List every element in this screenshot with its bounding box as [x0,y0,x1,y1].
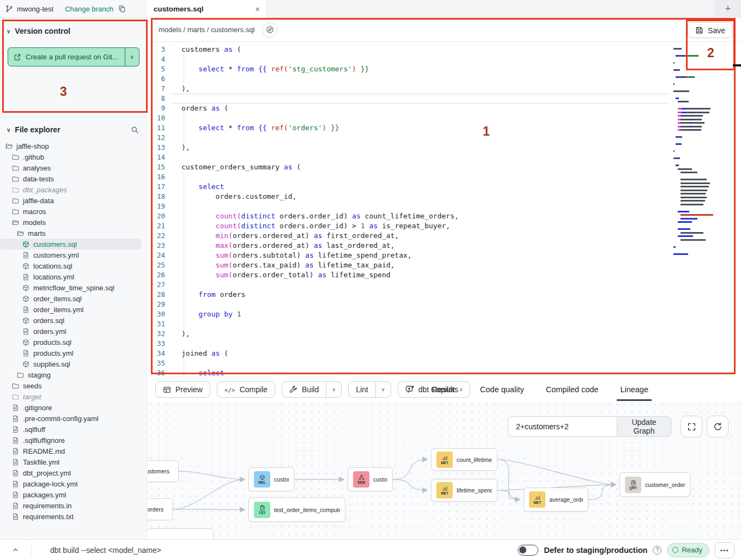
status-ready-badge[interactable]: Ready [667,543,709,557]
code-line[interactable]: 8 [148,94,741,104]
code-line[interactable]: 28 from orders [148,290,741,300]
code-line[interactable]: 32), [148,329,741,339]
tree-item--sqlfluffignore[interactable]: .sqlfluffignore [0,435,147,446]
code-line[interactable]: 24 sum(orders.subtotal) as lifetime_spen… [148,251,741,260]
create-pull-request-button[interactable]: Create a pull request on Git... ∨ [8,47,139,66]
lint-dropdown-chevron[interactable]: ∨ [375,382,391,397]
code-line[interactable]: 36 select [148,368,741,378]
tree-item-marts[interactable]: marts [0,228,147,239]
expand-command-bar-chevron[interactable] [0,544,32,557]
update-graph-button[interactable]: Update Graph [617,416,671,437]
help-icon[interactable]: ? [653,546,661,555]
lineage-selector-input[interactable] [508,416,617,437]
lineage-node-customers_model[interactable]: MDLcustomers [248,467,294,491]
tab-lineage[interactable]: Lineage [620,378,648,401]
compile-button[interactable]: </>Compile [217,381,275,398]
code-line[interactable]: 7), [148,84,741,94]
code-line[interactable]: 6 [148,74,741,84]
minimap[interactable] [671,43,715,273]
build-dropdown-chevron[interactable]: ∨ [326,382,341,397]
refresh-icon-button[interactable] [707,416,728,437]
tree-item-products-sql[interactable]: products.sql [0,337,147,348]
tree-item-orders-yml[interactable]: orders.yml [0,326,147,337]
tree-item-readme-md[interactable]: README.md [0,446,147,456]
code-line[interactable]: 23 max(orders.ordered_at) as last_ordere… [148,241,741,251]
tree-item-taskfile-yml[interactable]: Taskfile.yml [0,456,147,467]
code-line[interactable]: 35 [148,358,741,368]
tree-item-products-yml[interactable]: products.yml [0,348,147,358]
tab-compiled-code[interactable]: Compiled code [546,378,599,401]
save-button[interactable]: Save [688,22,733,38]
tree-item-requirements-in[interactable]: requirements.in [0,500,147,511]
code-line[interactable]: 25 sum(orders.tax_paid) as lifetime_tax_… [148,260,741,270]
code-line[interactable]: 20 count(distinct orders.order_id) as co… [148,211,741,221]
code-line[interactable]: 16 [148,172,741,182]
file-explorer-header[interactable]: ∨ File explorer [0,118,147,134]
search-icon[interactable] [131,126,139,134]
tree-item-seeds[interactable]: seeds [0,380,147,391]
lineage-panel[interactable]: stg_customersordersMDLcustomersTSTtest_o… [148,401,741,539]
tree-item-customers-sql[interactable]: customers.sql [0,239,141,249]
tree-item-orders-sql[interactable]: orders.sql [0,315,147,326]
tree-item-metricflow-time-spine-sql[interactable]: metricflow_time_spine.sql [0,282,147,293]
lineage-node-test_order_items[interactable]: TSTtest_order_items_compute_to_bools... [248,497,345,522]
code-line[interactable]: 5 select * from {{ ref('stg_customers') … [148,64,741,74]
tree-item-supplies-sql[interactable]: supplies.sql [0,358,147,369]
tree-item-target[interactable]: target [0,391,147,402]
tree-item-models[interactable]: models [0,217,147,228]
lineage-node-count_lifetime_orders[interactable]: METcount_lifetime_orders [431,448,497,471]
code-line[interactable]: 27 [148,280,741,290]
tree-item--sqlfluff[interactable]: .sqlfluff [0,424,147,435]
tree-item-customers-yml[interactable]: customers.yml [0,249,147,260]
lint-button[interactable]: Lint [349,382,375,397]
code-line[interactable]: 30 group by 1 [148,309,741,319]
tree-item-jaffle-data[interactable]: jaffle-data [0,195,147,206]
code-line[interactable]: 11 select * from {{ ref('orders') }} [148,123,741,133]
new-tab-button[interactable]: + [722,3,734,15]
code-line[interactable]: 29 [148,300,741,309]
code-line[interactable]: 21 count(distinct orders.order_id) > 1 a… [148,221,741,231]
code-line[interactable]: 12 [148,133,741,143]
lineage-node-customer_order_metrics[interactable]: QRYcustomer_order_metrics [619,472,690,497]
tree-item-packages-yml[interactable]: packages.yml [0,489,147,500]
tree-item-analyses[interactable]: analyses [0,162,147,173]
code-line[interactable]: 4 [148,54,741,64]
lineage-node-average_order_value[interactable]: METaverage_order_value [524,488,588,512]
code-line[interactable]: 14 [148,153,741,162]
tree-item-dbt-project-yml[interactable]: dbt_project.yml [0,467,147,478]
tab-results[interactable]: Results [432,378,458,401]
code-line[interactable]: 3customers as ( [148,45,741,54]
tab-code-quality[interactable]: Code quality [480,378,524,401]
code-line[interactable]: 15customer_orders_summary as ( [148,162,741,172]
tree-item-order-items-yml[interactable]: order_items.yml [0,304,147,315]
close-tab-icon[interactable]: × [255,4,260,14]
preview-button[interactable]: Preview [155,381,210,398]
tree-item--pre-commit-config-yaml[interactable]: .pre-commit-config.yaml [0,413,147,424]
code-line[interactable]: 19 [148,202,741,211]
code-editor[interactable]: 23customers as (45 select * from {{ ref(… [148,42,741,378]
tree-item-locations-yml[interactable]: locations.yml [0,271,147,282]
tree-item-locations-sql[interactable]: locations.sql [0,260,147,271]
lineage-node-orders_src[interactable]: orders [148,498,173,520]
code-line[interactable]: 10 [148,113,741,123]
tree-item-requirements-txt[interactable]: requirements.txt [0,511,147,522]
code-line[interactable]: 33 [148,339,741,349]
code-line[interactable]: 22 min(orders.ordered_at) as first_order… [148,231,741,241]
tree-item-jaffle-shop[interactable]: jaffle-shop [0,141,147,151]
version-control-header[interactable]: ∨ Version control [0,18,147,35]
code-line[interactable]: 31 [148,319,741,329]
lineage-node-customers_semantic[interactable]: SEMcustomers [348,467,393,491]
compass-icon-button[interactable] [262,22,277,38]
code-line[interactable]: 17 select [148,182,741,192]
tab-customers-sql[interactable]: customers.sql × [147,0,267,18]
tree-item-staging[interactable]: staging [0,369,147,380]
command-input[interactable] [32,545,518,555]
more-options-button[interactable]: ••• [715,542,734,558]
tree-item--gitignore[interactable]: .gitignore [0,402,147,413]
change-branch-link[interactable]: Change branch [65,5,113,13]
lineage-node-lifetime_spend_pretax[interactable]: METlifetime_spend_pretax [431,479,497,502]
code-line[interactable]: 9orders as ( [148,104,741,113]
build-button[interactable]: Build [282,382,326,397]
code-line[interactable]: 13), [148,143,741,153]
code-line[interactable]: 34joined as ( [148,349,741,358]
